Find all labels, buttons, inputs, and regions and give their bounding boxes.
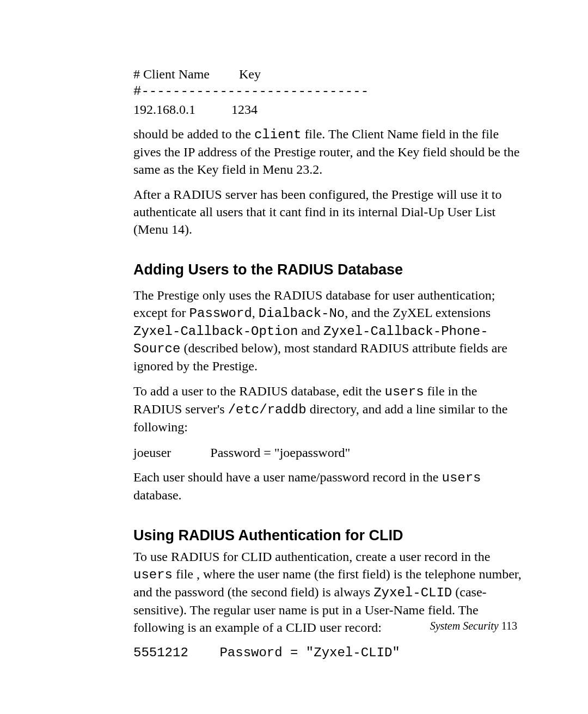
example-user-record: joeuser Password = "joepassword" xyxy=(133,444,528,461)
paragraph-radius-db-usage: The Prestige only uses the RADIUS databa… xyxy=(133,287,528,376)
code-text: client xyxy=(254,127,301,142)
heading-radius-clid: Using RADIUS Authentication for CLID xyxy=(133,526,528,545)
text: should be added to the xyxy=(133,127,254,141)
code-text: /etc/raddb xyxy=(228,402,307,417)
text: database. xyxy=(133,488,182,502)
code-text: users xyxy=(385,385,424,399)
page-footer: System Security 113 xyxy=(430,620,517,632)
page-number: 113 xyxy=(501,620,517,632)
text: and xyxy=(298,324,323,338)
client-file-header: # Client Name Key xyxy=(133,65,528,83)
code-text: users xyxy=(133,567,173,582)
code-text: users xyxy=(442,471,481,485)
code-text: Zyxel-CLID xyxy=(373,585,452,600)
code-text: Dialback-No xyxy=(259,306,345,321)
paragraph-radius-configured: After a RADIUS server has been configure… xyxy=(133,186,528,239)
text: (described below), most standard RADIUS … xyxy=(133,341,507,373)
footer-label: System Security xyxy=(430,620,501,632)
heading-adding-users: Adding Users to the RADIUS Database xyxy=(133,260,528,279)
text: Each user should have a user name/passwo… xyxy=(133,470,442,484)
client-file-row: 192.168.0.1 1234 xyxy=(133,101,528,118)
code-text: Zyxel-Callback-Option xyxy=(133,324,298,339)
text: To add a user to the RADIUS database, ed… xyxy=(133,384,385,398)
code-text: Password xyxy=(189,306,252,321)
paragraph-each-user: Each user should have a user name/passwo… xyxy=(133,469,528,504)
document-page: # Client Name Key #---------------------… xyxy=(0,0,588,714)
paragraph-add-user: To add a user to the RADIUS database, ed… xyxy=(133,383,528,436)
example-clid-record: 5551212 Password = "Zyxel-CLID" xyxy=(133,644,528,662)
text: , xyxy=(252,306,259,320)
text: To use RADIUS for CLID authentication, c… xyxy=(133,550,490,564)
paragraph-client-file: should be added to the client file. The … xyxy=(133,126,528,179)
text: , and the ZyXEL extensions xyxy=(345,306,491,320)
client-file-divider: #----------------------------- xyxy=(133,83,528,100)
